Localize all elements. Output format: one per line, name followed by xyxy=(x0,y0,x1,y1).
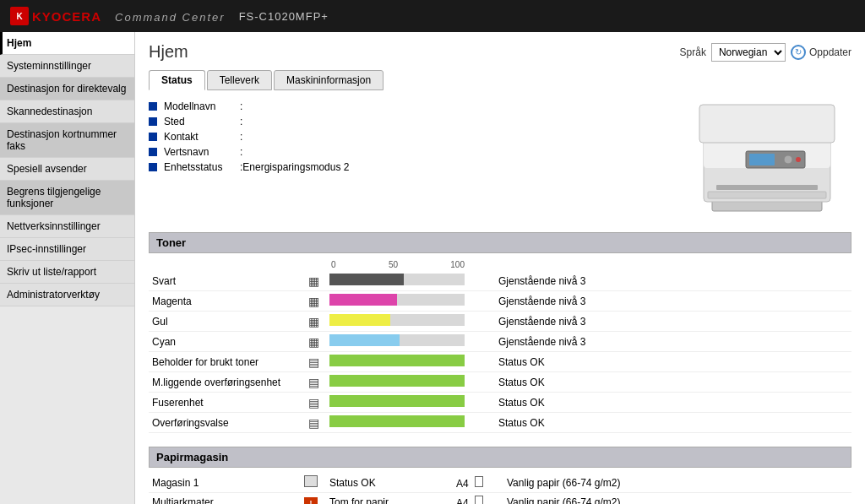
paper-size-multiarkmater: A4 xyxy=(456,497,469,504)
toner-bar-fuserenhet xyxy=(329,395,465,407)
toner-row-mliggende: M.liggende overføringsenhet ▤ Status OK xyxy=(149,372,851,393)
toner-status-mliggende: Status OK xyxy=(495,372,851,393)
tab-bar: Status Telleverk Maskininformasjon xyxy=(149,70,851,90)
tab-telleverk[interactable]: Telleverk xyxy=(207,70,272,90)
toner-row-gul: Gul ▦ Gjenstående nivå 3 xyxy=(149,312,851,332)
sidebar-item-destinasjon-faks[interactable]: Destinasjon kortnummer faks xyxy=(0,123,134,158)
language-area: Språk Norwegian English ↻ Oppdater xyxy=(680,43,851,62)
paper-section-header: Papirmagasin xyxy=(149,447,851,468)
status-info: Modellnavn : Sted : Kontakt : xyxy=(149,100,851,219)
page-header: Hjem Språk Norwegian English ↻ Oppdater xyxy=(149,42,851,62)
sidebar-item-begrens[interactable]: Begrens tilgjengelige funksjoner xyxy=(0,181,134,215)
paper-type-multiarkmater: Vanlig papir (66-74 g/m2) xyxy=(503,493,851,505)
status-row-enhetsstatus: Enhetsstatus :Energisparingsmodus 2 xyxy=(149,161,666,173)
refresh-button[interactable]: ↻ Oppdater xyxy=(791,45,851,60)
toner-icon-mliggende: ▤ xyxy=(308,376,319,389)
toner-icon-beholder: ▤ xyxy=(308,355,319,369)
app-title: Command Center xyxy=(115,8,226,25)
status-row-kontakt: Kontakt : xyxy=(149,131,666,143)
toner-name-fuserenhet: Fuserenhet xyxy=(149,393,301,413)
toner-name-svart: Svart xyxy=(149,271,301,291)
bullet xyxy=(149,117,157,126)
toner-bar-svart xyxy=(329,274,465,285)
toner-row-fuserenhet: Fuserenhet ▤ Status OK xyxy=(149,393,851,413)
language-select[interactable]: Norwegian English xyxy=(711,43,786,62)
sidebar: Hjem Systeminnstillinger Destinasjon for… xyxy=(0,32,135,504)
page-title: Hjem xyxy=(149,42,188,62)
toner-row-magenta: Magenta ▦ Gjenstående nivå 3 xyxy=(149,291,851,312)
paper-status-multiarkmater: Tom for papir xyxy=(326,493,453,505)
label-kontakt: Kontakt xyxy=(164,131,240,143)
sidebar-item-skriv-ut[interactable]: Skriv ut liste/rapport xyxy=(0,261,134,284)
refresh-label: Oppdater xyxy=(809,46,851,58)
tab-status[interactable]: Status xyxy=(149,70,205,90)
toner-status-fuserenhet: Status OK xyxy=(495,393,851,413)
paper-row-multiarkmater: Multiarkmater ! Tom for papir A4 Vanlig … xyxy=(149,493,851,505)
toner-name-magenta: Magenta xyxy=(149,291,301,312)
paper-table: Magasin 1 Status OK A4 Vanlig papir (66-… xyxy=(149,473,851,504)
paper-size-magasin1: A4 xyxy=(456,478,469,490)
toner-status-magenta: Gjenstående nivå 3 xyxy=(495,291,851,312)
bullet xyxy=(149,163,157,171)
lang-label: Språk xyxy=(680,46,706,58)
svg-rect-8 xyxy=(708,192,826,198)
svg-point-6 xyxy=(784,155,792,164)
toner-status-cyan: Gjenstående nivå 3 xyxy=(495,332,851,352)
sidebar-item-admin[interactable]: Administratorverktøy xyxy=(0,284,134,306)
tab-maskininformasjon[interactable]: Maskininformasjon xyxy=(274,70,384,90)
toner-status-gul: Gjenstående nivå 3 xyxy=(495,312,851,332)
bullet xyxy=(149,148,157,156)
toner-bar-overforingsvalse xyxy=(329,415,465,427)
sidebar-item-spesiell-avsender[interactable]: Spesiell avsender xyxy=(0,158,134,181)
logo: K KYOCERA xyxy=(10,7,101,25)
toner-bar-cyan xyxy=(329,334,465,346)
scale-mid: 50 xyxy=(389,260,398,269)
status-row-sted: Sted : xyxy=(149,116,666,127)
toner-status-overforingsvalse: Status OK xyxy=(495,413,851,433)
toner-row-cyan: Cyan ▦ Gjenstående nivå 3 xyxy=(149,332,851,352)
label-sted: Sted xyxy=(164,116,240,127)
paper-row-magasin1: Magasin 1 Status OK A4 Vanlig papir (66-… xyxy=(149,473,851,493)
toner-name-mliggende: M.liggende overføringsenhet xyxy=(149,372,301,393)
sidebar-item-ipsec[interactable]: IPsec-innstillinger xyxy=(0,238,134,261)
svg-point-7 xyxy=(796,157,801,162)
bullet xyxy=(149,102,157,111)
toner-scale-row: 0 50 100 xyxy=(149,258,851,271)
svg-rect-5 xyxy=(749,154,775,165)
sidebar-item-hjem[interactable]: Hjem xyxy=(0,32,134,55)
paper-size-icon-magasin1 xyxy=(475,476,483,487)
scale-min: 0 xyxy=(331,260,336,269)
toner-bar-magenta xyxy=(329,294,465,306)
toner-icon-svart: ▦ xyxy=(308,274,319,288)
sidebar-item-skannedestinasjon[interactable]: Skannedestinasjon xyxy=(0,100,134,123)
model-name: FS-C1020MFP+ xyxy=(239,10,329,23)
app-header: K KYOCERA Command Center FS-C1020MFP+ xyxy=(0,0,865,32)
label-vertsnavn: Vertsnavn xyxy=(164,146,240,158)
paper-icon-magasin1 xyxy=(304,475,318,487)
toner-icon-cyan: ▦ xyxy=(308,335,319,349)
paper-type-magasin1: Vanlig papir (66-74 g/m2) xyxy=(503,473,851,493)
sidebar-item-nettverksinnstillinger[interactable]: Nettverksinnstillinger xyxy=(0,215,134,238)
main-layout: Hjem Systeminnstillinger Destinasjon for… xyxy=(0,32,865,504)
toner-name-gul: Gul xyxy=(149,312,301,332)
toner-icon-overforingsvalse: ▤ xyxy=(308,416,319,430)
toner-icon-gul: ▦ xyxy=(308,315,319,328)
toner-name-beholder: Beholder for brukt toner xyxy=(149,352,301,372)
printer-image-area xyxy=(683,100,851,219)
toner-name-overforingsvalse: Overføringsvalse xyxy=(149,413,301,433)
sidebar-item-destinasjon-direktevalg[interactable]: Destinasjon for direktevalg xyxy=(0,78,134,100)
toner-section-header: Toner xyxy=(149,232,851,253)
paper-icon-warning-multiarkmater: ! xyxy=(304,497,318,505)
status-fields: Modellnavn : Sted : Kontakt : xyxy=(149,100,666,219)
toner-row-svart: Svart ▦ Gjenstående nivå 3 xyxy=(149,271,851,291)
paper-status-magasin1: Status OK xyxy=(326,473,453,493)
kyocera-logo-icon: K xyxy=(10,7,29,25)
kyocera-brand: KYOCERA xyxy=(32,9,101,24)
value-enhetsstatus: :Energisparingsmodus 2 xyxy=(240,161,349,173)
toner-name-cyan: Cyan xyxy=(149,332,301,352)
toner-status-svart: Gjenstående nivå 3 xyxy=(495,271,851,291)
toner-icon-magenta: ▦ xyxy=(308,295,319,308)
status-row-modellnavn: Modellnavn : xyxy=(149,100,666,112)
sidebar-item-systeminnstillinger[interactable]: Systeminnstillinger xyxy=(0,55,134,78)
paper-size-icon-multiarkmater xyxy=(475,496,483,504)
